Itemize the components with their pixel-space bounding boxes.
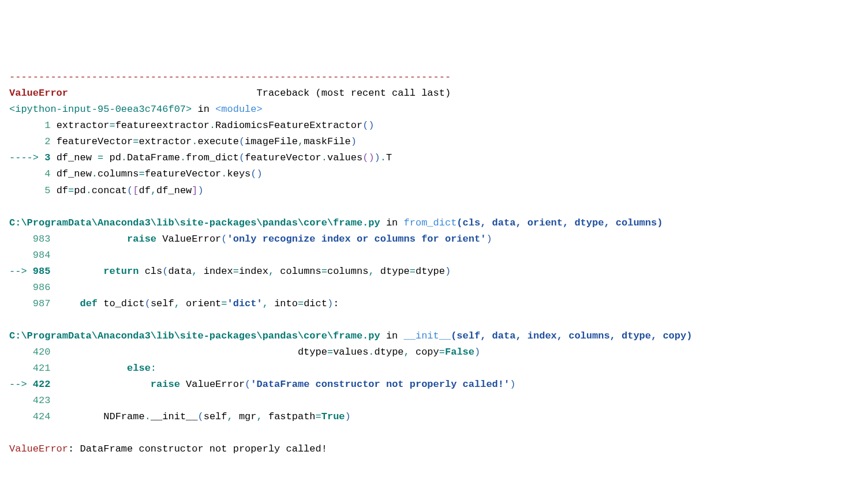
module-open: <	[215, 104, 221, 115]
code-line-422-current: --> 422 raise ValueError('DataFrame cons…	[9, 379, 515, 390]
code-line-986: 986	[9, 282, 50, 293]
code-line-1: 1 extractor=featureextractor.RadiomicsFe…	[9, 120, 375, 131]
code-line-420: 420 dtype=values.dtype, copy=False)	[9, 347, 480, 358]
spacer	[68, 88, 256, 99]
ipython-input-open: <	[9, 104, 15, 115]
final-error-name: ValueError	[9, 443, 68, 454]
module-close: >	[257, 104, 263, 115]
code-line-5: 5 df=pd.concat([df,df_new])	[9, 185, 204, 196]
in-text: in	[192, 104, 215, 115]
frame3-header: C:\ProgramData\Anaconda3\lib\site-packag…	[9, 330, 692, 341]
code-line-985-current: --> 985 return cls(data, index=index, co…	[9, 266, 451, 277]
code-line-987: 987 def to_dict(self, orient='dict', int…	[9, 298, 339, 309]
code-line-4: 4 df_new.columns=featureVector.keys()	[9, 168, 263, 179]
code-line-3-current: ----> 3 df_new = pd.DataFrame.from_dict(…	[9, 152, 392, 163]
code-line-2: 2 featureVector=extractor.execute(imageF…	[9, 136, 357, 147]
frame2-header: C:\ProgramData\Anaconda3\lib\site-packag…	[9, 217, 663, 228]
code-line-424: 424 NDFrame.__init__(self, mgr, fastpath…	[9, 411, 351, 422]
code-line-421: 421 else:	[9, 363, 156, 374]
ipython-input-close: >	[186, 104, 192, 115]
code-line-423: 423	[9, 395, 50, 406]
traceback-label: Traceback (most recent call last)	[256, 88, 451, 99]
ipython-input-id: ipython-input-95-0eea3c746f07	[15, 104, 186, 115]
traceback-separator: ----------------------------------------…	[9, 72, 451, 82]
error-type-header: ValueError	[9, 88, 68, 99]
module-text: module	[221, 104, 256, 115]
code-line-984: 984	[9, 250, 50, 261]
final-error-message: DataFrame constructor not properly calle…	[80, 443, 327, 454]
code-line-983: 983 raise ValueError('only recognize ind…	[9, 234, 492, 245]
final-error-colon: :	[68, 443, 80, 454]
